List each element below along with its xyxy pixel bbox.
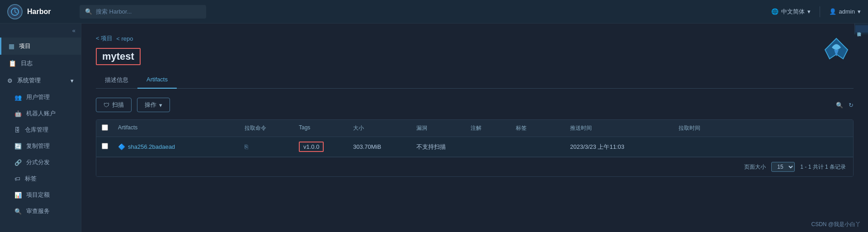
tab-artifacts[interactable]: Artifacts	[137, 72, 177, 89]
collapse-icon: «	[72, 27, 75, 34]
globe-icon: 🌐	[771, 8, 778, 15]
action-label: 操作	[145, 101, 156, 109]
th-push-time-label: 推送时间	[570, 125, 592, 131]
th-vulnerability-label: 漏洞	[416, 125, 427, 131]
artifact-link[interactable]: 🔷 sha256.2badaead	[118, 143, 234, 150]
th-label-label: 标签	[516, 125, 527, 131]
language-label: 中文简体	[781, 8, 805, 16]
push-time-value: 2023/3/23 上午11:03	[570, 143, 624, 150]
copy-icon[interactable]: ⎘	[245, 143, 248, 150]
row-vulnerability-cell: 不支持扫描	[411, 138, 465, 156]
admin-icon: ⚙	[7, 77, 13, 84]
th-pull-time-label: 拉取时间	[679, 125, 700, 131]
sidebar-item-quota[interactable]: 📊 项目定额	[7, 187, 81, 203]
breadcrumb-projects-link[interactable]: < 项目	[96, 34, 113, 43]
th-push-time: 推送时间	[565, 120, 673, 137]
bird-logo	[823, 36, 850, 63]
quota-label: 项目定额	[26, 191, 50, 199]
review-icon: 🔍	[14, 208, 22, 215]
th-pull-cmd: 拉取命令	[239, 120, 293, 137]
main-content: < 项目 < repo mytest 描述信息 Artifacts 🛡 扫描 操…	[81, 24, 868, 232]
row-annotation-cell	[465, 142, 510, 152]
replication-icon: 🔄	[14, 143, 22, 150]
sidebar-item-review[interactable]: 🔍 审查服务	[7, 203, 81, 219]
sidebar-label-admin: 系统管理	[17, 76, 41, 85]
users-icon: 👥	[14, 94, 22, 101]
panel-btn-1[interactable]: 拉取步骤	[855, 25, 868, 33]
row-tags-cell: v1.0.0	[293, 137, 348, 156]
breadcrumb-repo-link[interactable]: < repo	[116, 35, 133, 42]
table-header: Artifacts 拉取命令 Tags 大小 漏洞 注解 标签 推送时间	[96, 120, 853, 137]
sidebar-item-labels[interactable]: 🏷 标签	[7, 170, 81, 187]
artifact-type-icon: 🔷	[118, 143, 125, 150]
review-label: 审查服务	[26, 207, 50, 215]
search-bar[interactable]: 🔍 搜索 Harbor...	[80, 5, 206, 19]
user-icon: 👤	[829, 8, 836, 15]
sidebar-collapse-button[interactable]: «	[0, 24, 81, 38]
tag-badge[interactable]: v1.0.0	[299, 142, 324, 152]
search-placeholder: 搜索 Harbor...	[96, 8, 132, 16]
robots-label: 机器人账户	[26, 109, 56, 118]
registry-icon: 🗄	[14, 127, 20, 133]
nav-divider	[820, 6, 820, 17]
distribution-icon: 🔗	[14, 159, 22, 166]
row-pull-cmd-cell: ⎘	[239, 139, 293, 155]
th-artifacts-label: Artifacts	[118, 124, 137, 131]
quota-icon: 📊	[14, 192, 22, 199]
row-artifact-cell: 🔷 sha256.2badaead	[113, 139, 239, 155]
distribution-label: 分式分发	[26, 158, 50, 166]
top-navigation: Harbor 🔍 搜索 Harbor... 🌐 中文简体 ▾ 👤 admin ▾	[0, 0, 868, 24]
sidebar-item-robots[interactable]: 🤖 机器人账户	[7, 105, 81, 122]
sidebar-label-logs: 日志	[21, 59, 33, 67]
artifacts-table: Artifacts 拉取命令 Tags 大小 漏洞 注解 标签 推送时间	[96, 119, 854, 177]
row-checkbox-cell	[96, 138, 113, 155]
labels-label: 标签	[25, 175, 37, 183]
sidebar-item-distribution[interactable]: 🔗 分式分发	[7, 154, 81, 170]
tab-description[interactable]: 描述信息	[96, 72, 137, 89]
admin-chevron-icon: ▾	[71, 77, 74, 84]
pagination-summary: 1 - 1 共计 1 条记录	[800, 163, 846, 171]
projects-icon: ▦	[9, 43, 14, 50]
watermark-text: CSDN @我是小白丫	[811, 221, 861, 227]
page-size-select[interactable]: 15 25 50	[771, 162, 795, 172]
row-pull-time-cell	[673, 142, 745, 152]
search-icon: 🔍	[85, 8, 92, 15]
brand-watermark: CSDN @我是小白丫	[811, 221, 861, 228]
app-logo[interactable]: Harbor	[7, 4, 80, 19]
th-size: 大小	[348, 120, 411, 137]
sidebar-group-admin[interactable]: ⚙ 系统管理 ▾	[0, 72, 81, 89]
row-size-cell: 303.70MiB	[348, 139, 411, 155]
nav-right-section: 🌐 中文简体 ▾ 👤 admin ▾	[771, 6, 861, 17]
th-annotation: 注解	[465, 120, 510, 137]
refresh-icon[interactable]: ↻	[849, 102, 854, 109]
artifacts-toolbar: 🛡 扫描 操作 ▾ 🔍 ↻	[96, 98, 854, 112]
row-checkbox[interactable]	[102, 143, 108, 149]
scan-label: 扫描	[112, 101, 124, 109]
language-selector[interactable]: 🌐 中文简体 ▾	[771, 8, 811, 16]
sidebar-item-users[interactable]: 👥 用户管理	[7, 89, 81, 105]
action-button[interactable]: 操作 ▾	[137, 98, 170, 112]
select-all-checkbox[interactable]	[102, 124, 108, 131]
pagination-bar: 页面大小 15 25 50 1 - 1 共计 1 条记录	[96, 157, 853, 176]
breadcrumb: < 项目 < repo	[96, 34, 854, 43]
search-icon[interactable]: 🔍	[836, 102, 843, 109]
artifact-hash: sha256.2badaead	[128, 143, 175, 150]
scan-button[interactable]: 🛡 扫描	[96, 98, 132, 112]
user-chevron-icon: ▾	[858, 8, 861, 15]
sidebar-item-replication[interactable]: 🔄 复制管理	[7, 138, 81, 154]
admin-subitems: 👥 用户管理 🤖 机器人账户 🗄 仓库管理 🔄 复制管理 🔗 分式分发 🏷 标签…	[0, 89, 81, 219]
artifact-size: 303.70MiB	[353, 143, 381, 150]
sidebar: « ▦ 项目 📋 日志 ⚙ 系统管理 ▾ 👥 用户管理 🤖 机器人账户 🗄 仓库…	[0, 24, 81, 232]
th-tags: Tags	[293, 120, 348, 137]
toolbar-right-icons: 🔍 ↻	[836, 102, 854, 109]
user-menu[interactable]: 👤 admin ▾	[829, 8, 861, 15]
th-artifacts: Artifacts	[113, 120, 239, 137]
th-annotation-label: 注解	[471, 125, 481, 131]
scan-shield-icon: 🛡	[104, 102, 109, 109]
sidebar-item-logs[interactable]: 📋 日志	[0, 55, 81, 72]
th-pull-cmd-label: 拉取命令	[245, 125, 266, 131]
sidebar-item-projects[interactable]: ▦ 项目	[0, 38, 81, 55]
sidebar-item-registry[interactable]: 🗄 仓库管理	[7, 122, 81, 138]
sidebar-label-projects: 项目	[19, 42, 31, 50]
chevron-down-icon: ▾	[807, 8, 811, 15]
